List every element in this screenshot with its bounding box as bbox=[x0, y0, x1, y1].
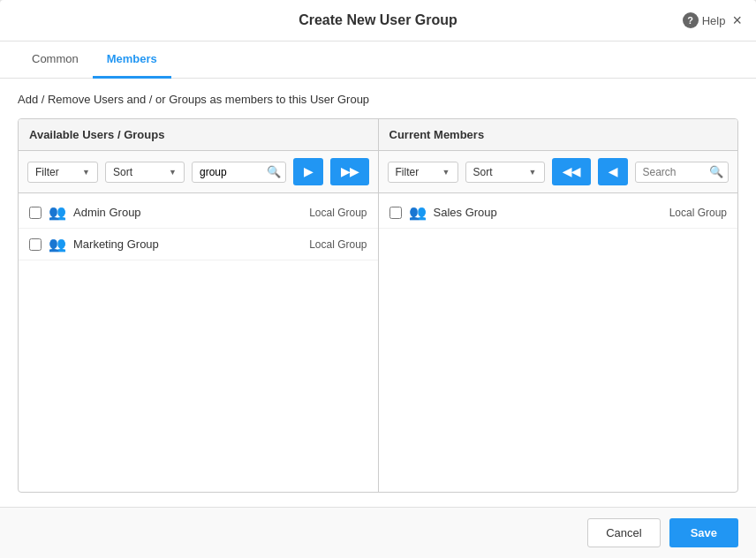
current-sort-select[interactable]: Sort ▼ bbox=[465, 162, 545, 183]
current-panel-header: Current Members bbox=[379, 119, 738, 151]
current-list: 👥 Sales Group Local Group bbox=[379, 193, 738, 492]
move-left-button[interactable]: ◀ bbox=[598, 158, 628, 185]
move-right-button[interactable]: ▶ bbox=[293, 158, 323, 185]
dialog-title: Create New User Group bbox=[299, 12, 457, 28]
panels-wrapper: Available Users / Groups Filter ▼ Sort ▼… bbox=[18, 118, 738, 493]
current-sort-chevron-icon: ▼ bbox=[529, 168, 537, 177]
available-panel: Available Users / Groups Filter ▼ Sort ▼… bbox=[19, 119, 379, 492]
available-panel-controls: Filter ▼ Sort ▼ 🔍 ▶ ▶▶ bbox=[19, 151, 378, 193]
available-search-button[interactable]: 🔍 bbox=[267, 165, 281, 178]
close-button[interactable]: × bbox=[732, 12, 742, 28]
move-all-right-button[interactable]: ▶▶ bbox=[330, 158, 369, 185]
current-panel: Current Members Filter ▼ Sort ▼ ◀◀ ◀ 🔍 bbox=[379, 119, 738, 492]
save-button[interactable]: Save bbox=[669, 518, 738, 547]
group-icon: 👥 bbox=[49, 236, 66, 253]
current-filter-chevron-icon: ▼ bbox=[442, 168, 450, 177]
list-item[interactable]: 👥 Marketing Group Local Group bbox=[19, 229, 378, 260]
dialog-header: Create New User Group ? Help × bbox=[0, 0, 756, 41]
available-search-wrap: 🔍 bbox=[192, 162, 286, 183]
group-icon: 👥 bbox=[49, 204, 66, 221]
current-search-button[interactable]: 🔍 bbox=[709, 165, 723, 178]
sort-chevron-icon: ▼ bbox=[169, 168, 177, 177]
help-button[interactable]: ? Help bbox=[683, 12, 726, 28]
current-search-wrap: 🔍 bbox=[635, 162, 730, 183]
help-label: Help bbox=[702, 14, 726, 27]
marketing-group-checkbox[interactable] bbox=[29, 238, 42, 251]
available-filter-select[interactable]: Filter ▼ bbox=[27, 162, 98, 183]
move-all-left-button[interactable]: ◀◀ bbox=[552, 158, 591, 185]
available-list: 👥 Admin Group Local Group 👥 Marketing Gr… bbox=[19, 193, 378, 492]
group-icon: 👥 bbox=[409, 204, 427, 221]
current-panel-controls: Filter ▼ Sort ▼ ◀◀ ◀ 🔍 bbox=[379, 151, 738, 193]
current-filter-select[interactable]: Filter ▼ bbox=[388, 162, 458, 183]
create-user-group-dialog: Create New User Group ? Help × Common Me… bbox=[0, 0, 756, 558]
help-icon: ? bbox=[683, 12, 699, 28]
admin-group-checkbox[interactable] bbox=[29, 207, 42, 219]
sales-group-checkbox[interactable] bbox=[389, 207, 402, 219]
dialog-footer: Cancel Save bbox=[0, 507, 756, 558]
header-actions: ? Help × bbox=[683, 12, 742, 28]
list-item[interactable]: 👥 Sales Group Local Group bbox=[379, 197, 738, 229]
tab-members[interactable]: Members bbox=[93, 41, 171, 79]
tab-common[interactable]: Common bbox=[18, 41, 93, 79]
description-text: Add / Remove Users and / or Groups as me… bbox=[18, 93, 738, 106]
filter-chevron-icon: ▼ bbox=[82, 168, 90, 177]
tab-bar: Common Members bbox=[0, 41, 756, 79]
cancel-button[interactable]: Cancel bbox=[587, 518, 660, 547]
available-panel-header: Available Users / Groups bbox=[19, 119, 378, 151]
available-sort-select[interactable]: Sort ▼ bbox=[105, 162, 185, 183]
list-item[interactable]: 👥 Admin Group Local Group bbox=[19, 197, 378, 229]
dialog-body: Add / Remove Users and / or Groups as me… bbox=[0, 79, 756, 507]
